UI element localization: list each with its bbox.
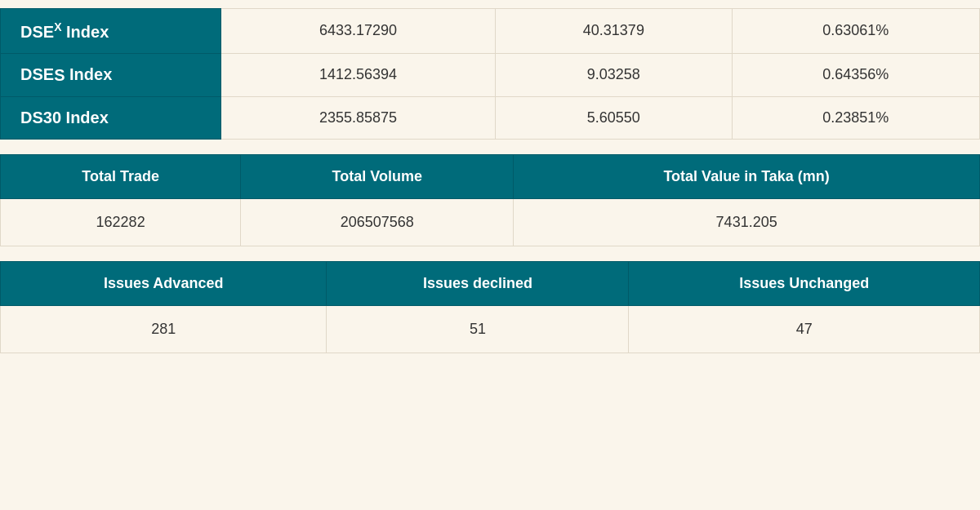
issues-declined-header: Issues declined xyxy=(327,261,629,305)
index-row-ds30: DS30 Index 2355.85875 5.60550 0.23851% xyxy=(1,96,980,139)
issues-header-row: Issues Advanced Issues declined Issues U… xyxy=(1,261,980,305)
dsex-label: DSEX Index xyxy=(1,9,221,54)
trade-data-row: 162282 206507568 7431.205 xyxy=(1,198,980,246)
issues-advanced-header: Issues Advanced xyxy=(1,261,327,305)
total-volume-value: 206507568 xyxy=(241,198,514,246)
dsex-change: 40.31379 xyxy=(496,9,732,54)
page-container: DSEX Index 6433.17290 40.31379 0.63061% … xyxy=(0,0,980,510)
total-volume-header: Total Volume xyxy=(241,154,514,198)
dses-value: 1412.56394 xyxy=(221,53,496,96)
ds30-percent: 0.23851% xyxy=(732,96,979,139)
total-value-taka: 7431.205 xyxy=(514,198,980,246)
issues-declined-value: 51 xyxy=(327,305,629,353)
trade-header-row: Total Trade Total Volume Total Value in … xyxy=(1,154,980,198)
dses-percent: 0.64356% xyxy=(732,53,979,96)
index-row-dses: DSES Index 1412.56394 9.03258 0.64356% xyxy=(1,53,980,96)
trade-summary-table: Total Trade Total Volume Total Value in … xyxy=(0,154,980,246)
ds30-change: 5.60550 xyxy=(496,96,732,139)
total-value-header: Total Value in Taka (mn) xyxy=(514,154,980,198)
issues-summary-section: Issues Advanced Issues declined Issues U… xyxy=(0,261,980,353)
dses-label: DSES Index xyxy=(1,53,221,96)
total-trade-value: 162282 xyxy=(1,198,241,246)
issues-unchanged-header: Issues Unchanged xyxy=(629,261,980,305)
index-table: DSEX Index 6433.17290 40.31379 0.63061% … xyxy=(0,8,980,140)
ds30-label: DS30 Index xyxy=(1,96,221,139)
index-row-dsex: DSEX Index 6433.17290 40.31379 0.63061% xyxy=(1,9,980,54)
ds30-value: 2355.85875 xyxy=(221,96,496,139)
trade-summary-section: Total Trade Total Volume Total Value in … xyxy=(0,154,980,246)
issues-data-row: 281 51 47 xyxy=(1,305,980,353)
issues-summary-table: Issues Advanced Issues declined Issues U… xyxy=(0,261,980,353)
dsex-value: 6433.17290 xyxy=(221,9,496,54)
issues-unchanged-value: 47 xyxy=(629,305,980,353)
issues-advanced-value: 281 xyxy=(1,305,327,353)
total-trade-header: Total Trade xyxy=(1,154,241,198)
dses-change: 9.03258 xyxy=(496,53,732,96)
dsex-percent: 0.63061% xyxy=(732,9,979,54)
